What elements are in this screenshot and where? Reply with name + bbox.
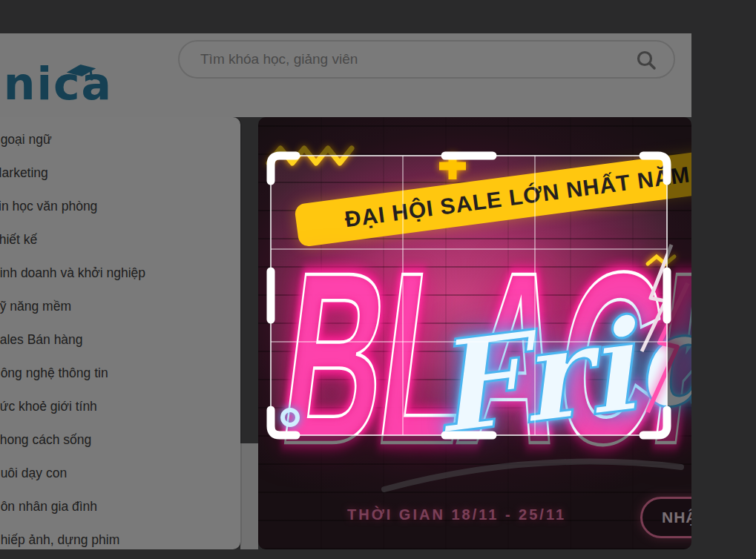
crop-handle-bottom-left[interactable] [271, 410, 296, 435]
crop-handle-top-right[interactable] [643, 156, 667, 181]
dim-mask [0, 0, 756, 559]
screenshot-capture-screen: unica Ngoại ngữ Marketing Tin học văn ph… [0, 0, 756, 559]
screen-dim-overlay [0, 0, 756, 559]
crop-handle-bottom-right[interactable] [643, 410, 667, 435]
crop-handle-top-left[interactable] [271, 156, 296, 181]
rule-of-thirds-grid [271, 156, 667, 435]
crop-selection-border[interactable] [271, 156, 667, 435]
